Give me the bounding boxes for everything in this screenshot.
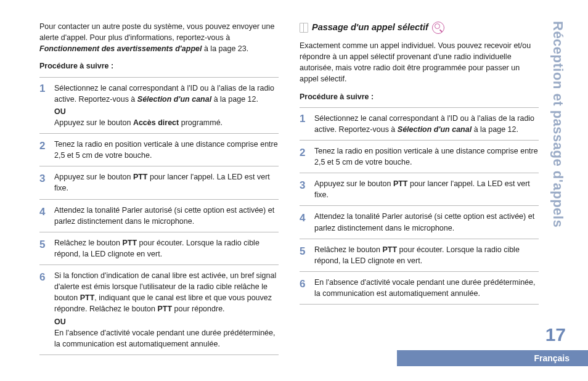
- step-xref: Sélection d'un canal: [398, 125, 472, 134]
- step-text: à la page 12.: [211, 95, 258, 104]
- step-text: à la page 12.: [472, 125, 518, 134]
- steps-list-right: Sélectionnez le canal correspondant à l'…: [300, 107, 539, 305]
- left-column: Pour contacter un autre poste du système…: [39, 21, 279, 344]
- booklet-icon: [300, 23, 308, 33]
- right-column: Passage d'un appel sélectif Exactement c…: [300, 21, 539, 344]
- procedure-header: Procédure à suivre :: [39, 60, 279, 72]
- step-3: Appuyez sur le bouton PTT pour lancer l'…: [39, 171, 279, 199]
- step-strong: PTT: [133, 173, 148, 181]
- step-strong: PTT: [123, 239, 137, 247]
- step-5: Relâchez le bouton PTT pour écouter. Lor…: [300, 244, 539, 272]
- intro-xref: Fonctionnement des avertissements d'appe…: [39, 44, 202, 53]
- step-strong: PTT: [393, 179, 408, 188]
- step-6: En l'absence d'activité vocale pendant u…: [300, 277, 539, 305]
- language-label: Français: [534, 353, 570, 363]
- language-bar: Français: [397, 350, 588, 366]
- step-text: En l'absence d'activité vocale pendant u…: [314, 278, 535, 298]
- section-intro: Exactement comme un appel individuel. Vo…: [300, 40, 539, 85]
- step-text: Appuyez sur le bouton: [54, 118, 133, 127]
- steps-list-left: Sélectionnez le canal correspondant à l'…: [39, 77, 279, 355]
- step-1: Sélectionnez le canal correspondant à l'…: [300, 107, 539, 141]
- step-2: Tenez la radio en position verticale à u…: [39, 139, 279, 166]
- step-text: programmé.: [179, 118, 223, 127]
- step-text: Attendez la tonalité Parler autorisé (si…: [314, 212, 534, 232]
- step-strong: PTT: [383, 245, 398, 254]
- step-1: Sélectionnez le canal correspondant à l'…: [39, 77, 279, 134]
- step-6: Si la fonction d'indication de canal lib…: [39, 270, 279, 355]
- step-2: Tenez la radio en position verticale à u…: [300, 145, 539, 173]
- step-text: Relâchez le bouton: [314, 245, 383, 254]
- chapter-tab: Réception et passage d'appels: [550, 21, 566, 227]
- step-text: Relâchez le bouton: [54, 239, 123, 247]
- step-text: Appuyez sur le bouton: [54, 173, 133, 181]
- step-4: Attendez la tonalité Parler autorisé (si…: [39, 205, 279, 232]
- step-text: Tenez la radio en position verticale à u…: [314, 147, 538, 166]
- or-label: OU: [54, 316, 279, 327]
- step-strong: Accès direct: [133, 118, 179, 127]
- or-label: OU: [54, 106, 279, 117]
- section-title-text: Passage d'un appel sélectif: [312, 21, 428, 34]
- step-text: pour répondre.: [172, 305, 224, 313]
- step-strong: PTT: [157, 305, 172, 313]
- step-strong: PTT: [80, 293, 95, 302]
- step-text: Tenez la radio en position verticale à u…: [54, 140, 278, 160]
- intro-paragraph: Pour contacter un autre poste du système…: [39, 21, 279, 54]
- procedure-header: Procédure à suivre :: [300, 91, 539, 102]
- page: Pour contacter un autre poste du système…: [0, 0, 588, 381]
- page-number: 17: [545, 324, 566, 345]
- content-columns: Pour contacter un autre poste du système…: [39, 21, 539, 344]
- step-3: Appuyez sur le bouton PTT pour lancer l'…: [300, 178, 539, 206]
- step-text: Attendez la tonalité Parler autorisé (si…: [54, 206, 274, 226]
- step-text: Appuyez sur le bouton: [314, 179, 393, 188]
- magnifier-badge-icon: [432, 22, 444, 34]
- section-title: Passage d'un appel sélectif: [300, 21, 539, 34]
- intro-text-1: Pour contacter un autre poste du système…: [39, 22, 274, 42]
- step-text: En l'absence d'activité vocale pendant u…: [54, 327, 279, 350]
- step-xref: Sélection d'un canal: [137, 95, 211, 104]
- intro-text-2: à la page 23.: [202, 44, 248, 53]
- step-5: Relâchez le bouton PTT pour écouter. Lor…: [39, 237, 279, 265]
- step-4: Attendez la tonalité Parler autorisé (si…: [300, 211, 539, 239]
